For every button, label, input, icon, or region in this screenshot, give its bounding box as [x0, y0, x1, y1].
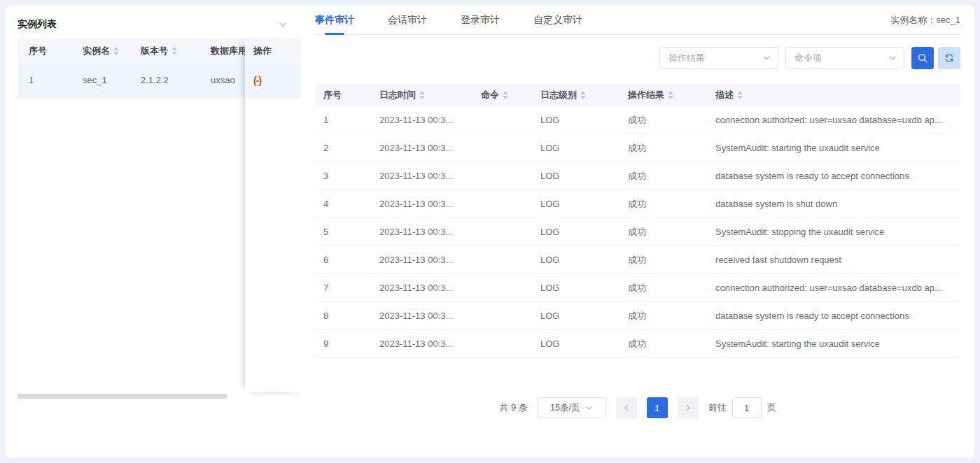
- cell-log-time: 2023-11-13 00:3...: [371, 311, 472, 321]
- event-log-row[interactable]: 8 2023-11-13 00:3... LOG 成功 database sys…: [315, 302, 960, 330]
- tab-session-audit[interactable]: 会话审计: [388, 6, 427, 34]
- cell-log-level: LOG: [532, 311, 620, 321]
- chevron-right-icon: [684, 404, 692, 412]
- sort-icon[interactable]: [737, 91, 743, 99]
- col-header-log-level[interactable]: 日志级别: [532, 89, 620, 101]
- event-log-row[interactable]: 1 2023-11-13 00:3... LOG 成功 connection a…: [315, 106, 960, 134]
- result-filter-placeholder: 操作结果: [668, 52, 705, 64]
- col-header-no[interactable]: 序号: [315, 89, 371, 101]
- page-size-value: 15条/页: [550, 402, 580, 414]
- sort-icon[interactable]: [113, 47, 119, 55]
- goto-suffix: 页: [767, 401, 776, 414]
- instance-index-cell: 1: [18, 75, 71, 85]
- instance-name-value: sec_1: [936, 15, 960, 25]
- event-log-row[interactable]: 5 2023-11-13 00:3... LOG 成功 SystemAudit:…: [315, 218, 960, 246]
- cell-op-result: 成功: [620, 142, 707, 155]
- audit-tabs: 事件审计 会话审计 登录审计 自定义审计 实例名称： sec_1: [315, 6, 960, 35]
- cell-no: 2: [315, 143, 371, 153]
- cell-no: 6: [315, 255, 371, 265]
- event-log-row[interactable]: 2 2023-11-13 00:3... LOG 成功 SystemAudit:…: [315, 134, 960, 162]
- cell-description: connection authorized: user=uxsao databa…: [707, 115, 960, 125]
- cell-op-result: 成功: [620, 198, 707, 211]
- col-header-instance-name[interactable]: 实例名: [71, 45, 130, 57]
- cell-no: 5: [315, 227, 371, 237]
- collapse-panel-button[interactable]: [276, 18, 289, 31]
- instance-version-cell: 2.1.2.2: [130, 75, 200, 85]
- cell-no: 4: [315, 199, 371, 209]
- cell-description: database system is ready to accept conne…: [707, 171, 960, 181]
- tab-login-audit[interactable]: 登录审计: [461, 6, 500, 34]
- col-header-action: 操作: [245, 38, 301, 63]
- col-header-command[interactable]: 命令: [472, 89, 532, 101]
- cell-description: database system is shut down: [707, 199, 960, 209]
- instance-name-display: 实例名称： sec_1: [890, 6, 960, 34]
- cell-op-result: 成功: [620, 310, 707, 322]
- command-filter-select[interactable]: 命令项: [785, 47, 904, 69]
- cell-log-level: LOG: [532, 255, 620, 265]
- page-size-select[interactable]: 15条/页: [538, 397, 606, 418]
- chevron-down-icon: [278, 20, 288, 29]
- cell-log-level: LOG: [532, 339, 620, 349]
- event-log-header: 序号 日志时间 命令 日志级别 操作结果: [315, 84, 960, 106]
- cell-no: 9: [315, 339, 371, 349]
- col-header-op-result[interactable]: 操作结果: [620, 89, 707, 101]
- cell-no: 3: [315, 171, 371, 181]
- horizontal-scrollbar[interactable]: [18, 394, 227, 399]
- cell-no: 7: [315, 283, 371, 293]
- sort-icon[interactable]: [172, 47, 177, 55]
- cell-log-level: LOG: [532, 283, 620, 293]
- goto-page-input[interactable]: [732, 397, 762, 418]
- cell-op-result: 成功: [620, 170, 707, 183]
- cell-description: SystemAudit: stopping the uxaudit servic…: [707, 227, 960, 237]
- tab-event-audit[interactable]: 事件审计: [315, 6, 354, 34]
- cell-op-result: 成功: [620, 254, 707, 266]
- instance-list-title: 实例列表: [18, 18, 57, 31]
- instance-list-panel: 实例列表 序号 实例名 版本号: [6, 6, 301, 457]
- pagination: 共 9 条 15条/页 1 前往 页: [315, 397, 960, 418]
- event-log-row[interactable]: 9 2023-11-13 00:3... LOG 成功 SystemAudit:…: [315, 330, 960, 358]
- sort-icon[interactable]: [668, 91, 673, 99]
- cell-op-result: 成功: [620, 226, 707, 238]
- event-log-row[interactable]: 7 2023-11-13 00:3... LOG 成功 connection a…: [315, 274, 960, 302]
- chevron-down-icon: [762, 54, 771, 62]
- cell-log-time: 2023-11-13 00:3...: [371, 255, 472, 265]
- cell-log-time: 2023-11-13 00:3...: [371, 143, 472, 153]
- goto-page-group: 前往 页: [708, 397, 776, 418]
- cell-log-time: 2023-11-13 00:3...: [371, 339, 472, 349]
- cell-log-level: LOG: [532, 227, 620, 237]
- sort-icon[interactable]: [419, 91, 425, 99]
- cell-op-result: 成功: [620, 114, 707, 127]
- event-log-body: 1 2023-11-13 00:3... LOG 成功 connection a…: [315, 106, 960, 358]
- instance-name-cell: sec_1: [71, 75, 130, 85]
- event-log-row[interactable]: 6 2023-11-13 00:3... LOG 成功 received fas…: [315, 246, 960, 274]
- page-number-button[interactable]: 1: [647, 397, 668, 418]
- sort-icon[interactable]: [503, 91, 508, 99]
- event-log-row[interactable]: 4 2023-11-13 00:3... LOG 成功 database sys…: [315, 190, 960, 218]
- refresh-button[interactable]: [938, 47, 960, 69]
- col-header-index[interactable]: 序号: [18, 45, 71, 57]
- cell-log-level: LOG: [532, 171, 620, 181]
- cell-log-time: 2023-11-13 00:3...: [371, 171, 472, 181]
- cell-description: SystemAudit: starting the uxaudit servic…: [707, 339, 960, 349]
- cell-log-time: 2023-11-13 00:3...: [371, 283, 472, 293]
- instance-name-label: 实例名称：: [890, 14, 936, 27]
- result-filter-select[interactable]: 操作结果: [659, 47, 778, 69]
- cell-description: SystemAudit: starting the uxaudit servic…: [707, 143, 960, 153]
- search-button[interactable]: [911, 47, 934, 69]
- event-log-row[interactable]: 3 2023-11-13 00:3... LOG 成功 database sys…: [315, 162, 960, 190]
- prev-page-button[interactable]: [616, 397, 637, 418]
- goto-label: 前往: [708, 401, 727, 414]
- cell-log-time: 2023-11-13 00:3...: [371, 115, 472, 125]
- cell-log-level: LOG: [532, 115, 620, 125]
- col-header-log-time[interactable]: 日志时间: [371, 89, 472, 101]
- sort-icon[interactable]: [580, 91, 586, 99]
- col-header-description[interactable]: 描述: [707, 89, 960, 101]
- cell-no: 8: [315, 311, 371, 321]
- link-icon[interactable]: (-): [253, 75, 261, 86]
- next-page-button[interactable]: [678, 397, 699, 418]
- instance-action-cell: (-): [245, 63, 301, 98]
- col-header-version[interactable]: 版本号: [130, 45, 200, 57]
- cell-description: database system is ready to accept conne…: [707, 311, 960, 321]
- event-log-table: 序号 日志时间 命令 日志级别 操作结果: [315, 84, 960, 358]
- tab-custom-audit[interactable]: 自定义审计: [533, 6, 582, 34]
